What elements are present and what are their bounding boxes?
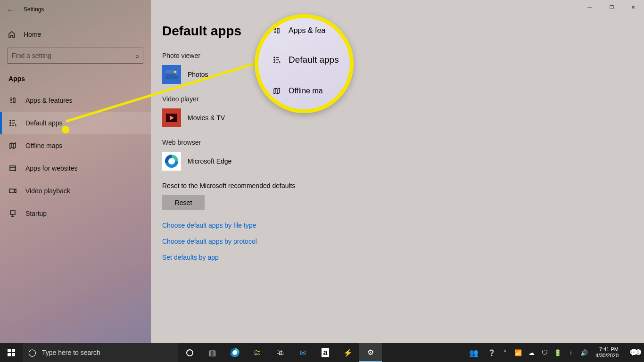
sidebar-item-offline-maps[interactable]: Offline maps — [0, 134, 151, 157]
sidebar-item-apps-for-websites[interactable]: Apps for websites — [0, 157, 151, 180]
taskbar-app-edge[interactable] — [223, 343, 246, 362]
reset-button[interactable]: Reset — [162, 195, 205, 210]
startup-icon — [8, 210, 17, 217]
svg-rect-5 — [10, 211, 15, 214]
home-icon — [8, 31, 16, 38]
tray-overflow-icon[interactable]: ˄ — [500, 349, 510, 356]
minimize-button[interactable]: — — [579, 0, 601, 14]
main-pane: Default apps Photo viewer Photos Video p… — [151, 0, 644, 343]
offline-maps-icon — [8, 142, 17, 149]
apps-features-icon — [8, 97, 17, 104]
back-arrow-icon: ← — [7, 6, 14, 14]
windows-logo-icon — [8, 349, 15, 356]
file-explorer-icon: 🗂 — [254, 348, 261, 357]
annotation-lens: Apps & fea Default apps Offline ma — [255, 14, 354, 113]
photo-viewer-title: Photo viewer — [162, 52, 644, 59]
start-button[interactable] — [0, 343, 23, 362]
annotation-dot — [62, 126, 69, 133]
links-section: Choose default apps by file type Choose … — [151, 210, 644, 281]
sidebar-item-label: Offline maps — [25, 142, 62, 149]
task-view-button[interactable]: ▥ — [201, 343, 223, 362]
sidebar-item-startup[interactable]: Startup — [0, 202, 151, 225]
home-label: Home — [24, 31, 41, 38]
video-player-app-name: Movies & TV — [188, 114, 225, 122]
movies-tv-app-icon — [162, 108, 181, 127]
category-header: Apps — [0, 68, 151, 89]
window-title: Settings — [24, 6, 44, 13]
offline-maps-icon — [272, 87, 281, 95]
link-choose-by-protocol[interactable]: Choose default apps by protocol — [162, 238, 633, 245]
taskbar-app-mail[interactable]: ✉ — [291, 343, 314, 362]
svg-point-1 — [10, 123, 11, 123]
tray-onedrive-icon[interactable]: ☁ — [527, 349, 536, 356]
notification-count: 3 — [636, 349, 641, 355]
svg-point-7 — [274, 59, 275, 60]
clock-date: 4/30/2020 — [595, 353, 619, 359]
taskbar-app-lightning[interactable]: ⚡ — [337, 343, 359, 362]
taskbar-app-settings[interactable]: ⚙ — [359, 343, 382, 362]
tray-bluetooth-icon[interactable]: ᚼ — [566, 349, 576, 356]
photo-viewer-app-button[interactable]: Photos — [162, 65, 644, 84]
system-tray: ❔ ˄ 📶 ☁ 🛡 🔋 ᚼ 🔊 — [485, 349, 591, 356]
taskbar-app-amazon[interactable]: a — [314, 343, 337, 362]
svg-point-0 — [10, 120, 11, 121]
mail-icon: ✉ — [300, 348, 306, 357]
lightning-icon: ⚡ — [343, 348, 353, 357]
svg-point-6 — [274, 57, 275, 58]
tray-help-icon[interactable]: ❔ — [487, 349, 496, 356]
video-playback-icon — [8, 187, 17, 195]
web-browser-app-button[interactable]: Microsoft Edge — [162, 152, 644, 171]
tray-wifi-icon[interactable]: 📶 — [513, 349, 523, 356]
settings-search-input[interactable] — [12, 52, 139, 59]
people-icon: 👥 — [469, 348, 479, 357]
default-apps-icon — [272, 56, 281, 64]
gear-icon: ⚙ — [367, 348, 374, 357]
lens-row-offline-maps: Offline ma — [267, 82, 350, 100]
sidebar-item-label: Apps & features — [25, 97, 73, 104]
minimize-icon: — — [587, 5, 592, 10]
maximize-icon: ❐ — [610, 5, 614, 10]
settings-search[interactable]: ⌕ — [8, 48, 143, 64]
window-caption: ← Settings — [0, 0, 151, 19]
page-title: Default apps — [151, 24, 644, 52]
taskbar-app-store[interactable]: 🛍 — [269, 343, 291, 362]
maximize-button[interactable]: ❐ — [601, 0, 622, 14]
search-icon: ⌕ — [135, 52, 139, 59]
sidebar-item-video-playback[interactable]: Video playback — [0, 180, 151, 202]
lens-row-default-apps: Default apps — [267, 50, 350, 70]
svg-rect-9 — [8, 349, 11, 352]
default-apps-icon — [8, 119, 17, 127]
reset-header: Reset to the Microsoft recommended defau… — [151, 182, 644, 195]
sidebar-item-default-apps[interactable]: Default apps — [0, 112, 151, 134]
sidebar-item-apps-features[interactable]: Apps & features — [0, 89, 151, 112]
cortana-button[interactable] — [178, 343, 201, 362]
taskbar-clock[interactable]: 7:41 PM 4/30/2020 — [591, 346, 623, 359]
photos-app-icon — [162, 65, 181, 84]
taskbar-search-placeholder: Type here to search — [42, 349, 100, 356]
taskbar-app-explorer[interactable]: 🗂 — [246, 343, 269, 362]
cortana-icon — [186, 349, 193, 356]
svg-rect-4 — [9, 189, 14, 193]
tray-battery-icon[interactable]: 🔋 — [553, 349, 562, 356]
web-browser-title: Web browser — [162, 139, 644, 146]
sidebar-item-label: Default apps — [25, 119, 63, 127]
people-button[interactable]: 👥 — [462, 343, 485, 362]
svg-rect-10 — [12, 349, 15, 352]
video-player-section: Video player Movies & TV — [151, 95, 644, 139]
window-controls: — ❐ ✕ — [579, 0, 644, 14]
store-icon: 🛍 — [276, 348, 284, 357]
link-choose-by-filetype[interactable]: Choose default apps by file type — [162, 222, 633, 229]
video-player-app-button[interactable]: Movies & TV — [162, 108, 644, 127]
home-nav[interactable]: Home — [0, 24, 151, 45]
close-button[interactable]: ✕ — [622, 0, 644, 14]
tray-volume-icon[interactable]: 🔊 — [579, 349, 589, 356]
svg-point-2 — [10, 125, 11, 126]
action-center-button[interactable]: 💬 3 — [623, 348, 644, 357]
video-player-title: Video player — [162, 95, 644, 103]
taskbar-search[interactable]: ◯ Type here to search — [23, 343, 178, 362]
link-set-by-app[interactable]: Set defaults by app — [162, 254, 633, 261]
sidebar-item-label: Startup — [25, 210, 47, 217]
back-button[interactable]: ← — [0, 0, 21, 20]
tray-security-icon[interactable]: 🛡 — [540, 349, 549, 356]
sidebar-item-label: Video playback — [25, 187, 70, 195]
